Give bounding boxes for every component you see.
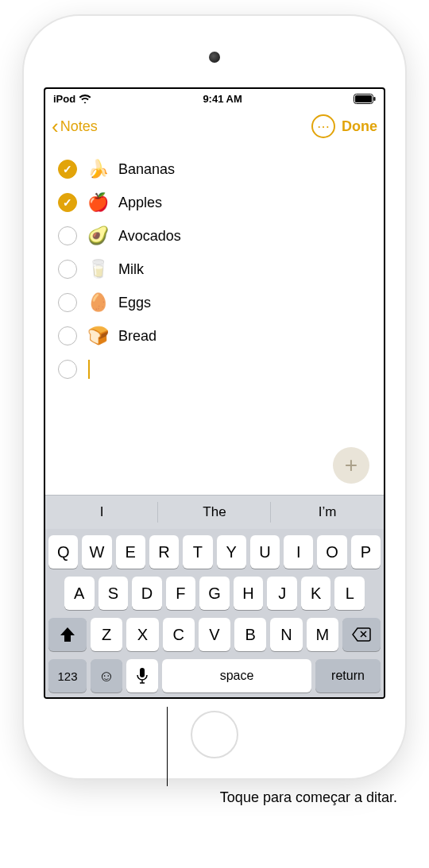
checklist-item[interactable]: 🥑Avocados: [58, 219, 371, 253]
key-p[interactable]: P: [351, 535, 381, 569]
key-f[interactable]: F: [166, 577, 196, 610]
nav-bar: ‹ Notes ⋯ Done: [45, 108, 384, 145]
note-body[interactable]: 🍌Bananas🍎Apples🥑Avocados🥛Milk🥚Eggs🍞Bread…: [45, 145, 384, 495]
key-i[interactable]: I: [284, 535, 313, 569]
check-circle[interactable]: [58, 260, 77, 279]
check-circle[interactable]: [58, 193, 77, 212]
callout-leader-line: [167, 707, 168, 786]
numbers-key[interactable]: 123: [48, 659, 87, 692]
key-w[interactable]: W: [82, 535, 111, 569]
checklist-item[interactable]: 🍞Bread: [58, 319, 371, 353]
svg-rect-2: [373, 97, 375, 101]
key-h[interactable]: H: [234, 577, 264, 610]
key-j[interactable]: J: [267, 577, 297, 610]
check-circle[interactable]: [58, 226, 77, 245]
home-button[interactable]: [191, 711, 238, 758]
checklist-item[interactable]: 🥛Milk: [58, 253, 371, 286]
suggestion-1[interactable]: The: [158, 496, 271, 529]
item-emoji: 🥚: [87, 292, 109, 313]
battery-icon: [354, 94, 376, 104]
return-key[interactable]: return: [315, 659, 381, 692]
back-label: Notes: [60, 118, 98, 135]
key-o[interactable]: O: [317, 535, 346, 569]
item-label: Bananas: [118, 161, 175, 178]
key-l[interactable]: L: [334, 577, 365, 610]
carrier-label: iPod: [53, 93, 75, 105]
key-e[interactable]: E: [116, 535, 145, 569]
ipod-device-frame: iPod 9:41 AM ‹ Notes: [24, 16, 405, 778]
clock-label: 9:41 AM: [203, 93, 242, 105]
svg-rect-3: [140, 668, 145, 677]
plus-icon: +: [345, 453, 358, 478]
key-u[interactable]: U: [250, 535, 280, 569]
key-t[interactable]: T: [183, 535, 212, 569]
dictation-key[interactable]: [126, 659, 158, 692]
back-button[interactable]: ‹ Notes: [52, 116, 98, 137]
key-a[interactable]: A: [64, 577, 95, 610]
keyboard: I The I’m QWERTYUIOP ASDFGHJKL ZXCVBNM: [45, 495, 384, 697]
shift-key[interactable]: [48, 618, 87, 651]
checklist-item[interactable]: 🍎Apples: [58, 186, 371, 219]
key-m[interactable]: M: [307, 618, 338, 651]
suggestions-bar: I The I’m: [45, 496, 384, 529]
item-label: Avocados: [118, 228, 181, 245]
check-circle[interactable]: [58, 160, 77, 179]
key-d[interactable]: D: [132, 577, 162, 610]
checklist-new-line[interactable]: [58, 353, 371, 386]
item-label: Bread: [118, 328, 157, 345]
item-emoji: 🥑: [87, 226, 109, 246]
checklist: 🍌Bananas🍎Apples🥑Avocados🥛Milk🥚Eggs🍞Bread: [58, 152, 371, 353]
key-x[interactable]: X: [126, 618, 158, 651]
shift-icon: [60, 627, 75, 642]
more-button[interactable]: ⋯: [311, 114, 335, 138]
key-b[interactable]: B: [234, 618, 266, 651]
item-emoji: 🍎: [87, 192, 109, 213]
key-q[interactable]: Q: [48, 535, 78, 569]
suggestion-0[interactable]: I: [45, 496, 158, 529]
microphone-icon: [137, 668, 148, 684]
text-cursor: [88, 360, 90, 379]
screen: iPod 9:41 AM ‹ Notes: [44, 87, 385, 699]
callout-text: Toque para começar a ditar.: [24, 786, 405, 806]
delete-icon: [352, 627, 371, 642]
check-circle[interactable]: [58, 326, 77, 345]
check-circle[interactable]: [58, 293, 77, 312]
callout: Toque para começar a ditar.: [24, 786, 405, 806]
done-button[interactable]: Done: [342, 118, 377, 135]
item-label: Milk: [118, 261, 144, 278]
key-z[interactable]: Z: [91, 618, 122, 651]
add-button[interactable]: +: [333, 447, 369, 484]
emoji-icon: ☺: [99, 667, 114, 685]
checklist-item[interactable]: 🍌Bananas: [58, 152, 371, 186]
svg-rect-1: [355, 95, 372, 102]
status-bar: iPod 9:41 AM: [45, 89, 384, 108]
ellipsis-icon: ⋯: [317, 119, 330, 134]
item-emoji: 🥛: [87, 259, 109, 280]
emoji-key[interactable]: ☺: [91, 659, 122, 692]
delete-key[interactable]: [342, 618, 381, 651]
item-emoji: 🍌: [87, 159, 109, 179]
space-key[interactable]: space: [162, 659, 311, 692]
chevron-left-icon: ‹: [52, 116, 59, 137]
key-k[interactable]: K: [301, 577, 331, 610]
device-camera: [209, 52, 220, 63]
item-label: Apples: [118, 195, 162, 211]
key-v[interactable]: V: [199, 618, 230, 651]
key-g[interactable]: G: [199, 577, 230, 610]
key-n[interactable]: N: [270, 618, 302, 651]
wifi-icon: [79, 94, 91, 103]
key-y[interactable]: Y: [217, 535, 246, 569]
suggestion-2[interactable]: I’m: [271, 496, 384, 529]
key-s[interactable]: S: [99, 577, 129, 610]
check-circle-empty[interactable]: [58, 360, 77, 379]
item-label: Eggs: [118, 295, 151, 311]
checklist-item[interactable]: 🥚Eggs: [58, 286, 371, 319]
item-emoji: 🍞: [87, 326, 109, 346]
key-r[interactable]: R: [149, 535, 179, 569]
key-c[interactable]: C: [163, 618, 195, 651]
